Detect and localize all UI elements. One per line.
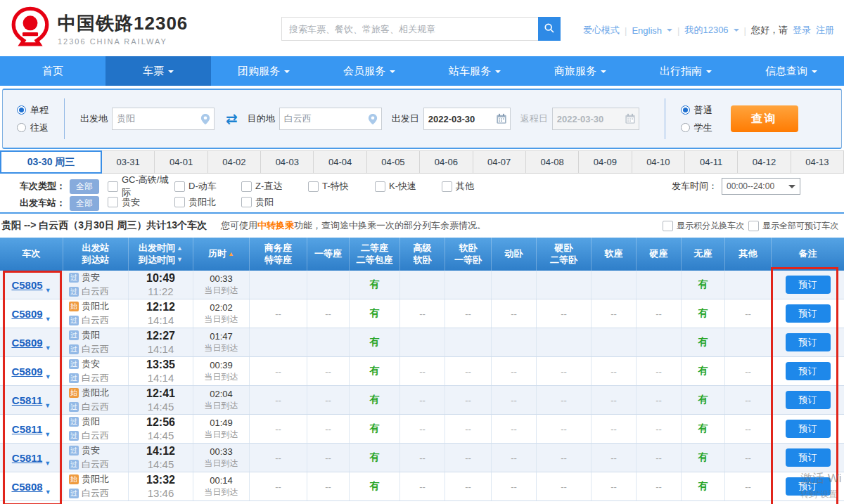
nav-item-0[interactable]: 首页: [0, 56, 106, 86]
train-expand-icon[interactable]: ▼: [45, 489, 51, 496]
train-number-link[interactable]: C5811: [12, 423, 42, 435]
book-button[interactable]: 预订: [786, 420, 831, 438]
date-tab-03-30[interactable]: 03-30 周三: [0, 150, 102, 174]
train-expand-icon[interactable]: ▼: [44, 402, 51, 409]
train-expand-icon[interactable]: ▼: [45, 344, 51, 351]
column-header[interactable]: 历时▲: [193, 238, 250, 271]
date-tab-04-07[interactable]: 04-07: [473, 150, 526, 174]
date-tab-04-01[interactable]: 04-01: [155, 150, 207, 174]
train-number-cell: C5809▼: [0, 299, 63, 328]
result-checkbox[interactable]: 显示积分兑换车次: [663, 220, 744, 232]
column-header[interactable]: 出发时间▲到达时间▼: [129, 238, 193, 271]
book-button[interactable]: 预订: [786, 333, 831, 351]
book-button[interactable]: 预订: [786, 362, 831, 380]
transfer-link[interactable]: 中转换乘: [257, 220, 294, 231]
to-station: 白云西: [82, 487, 109, 500]
passenger-type-radio[interactable]: 学生: [681, 122, 712, 134]
to-station-badge: 过: [69, 316, 79, 325]
depart-time-label: 发车时间：: [672, 180, 717, 193]
date-tab-04-13[interactable]: 04-13: [791, 150, 844, 174]
register-link[interactable]: 注册: [816, 24, 834, 37]
seat-availability: [725, 271, 772, 299]
depart-time-select[interactable]: 00:00--24:00: [722, 178, 800, 195]
train-expand-icon[interactable]: ▼: [45, 373, 51, 380]
train-number-link[interactable]: C5809: [11, 366, 42, 377]
sort-arrow-icon[interactable]: ▲: [177, 245, 183, 252]
trip-type-radio[interactable]: 往返: [17, 122, 49, 134]
date-tab-04-08[interactable]: 04-08: [526, 150, 579, 174]
nav-item-5[interactable]: 商旅服务: [528, 56, 633, 86]
depart-time: 12:27: [146, 330, 175, 342]
train-type-option[interactable]: K-快速: [375, 180, 442, 193]
train-expand-icon[interactable]: ▼: [45, 287, 51, 294]
arrive-note: 当日到达: [205, 429, 238, 441]
seat-availability: --: [400, 357, 445, 385]
passenger-type-radio[interactable]: 普通: [681, 104, 712, 117]
times-cell: 12:5614:45: [129, 415, 193, 443]
book-button[interactable]: 预订: [786, 276, 831, 294]
date-tab-04-09[interactable]: 04-09: [579, 150, 632, 174]
train-type-option[interactable]: D-动车: [174, 180, 241, 193]
search-input[interactable]: [281, 17, 538, 41]
to-input[interactable]: [280, 109, 364, 129]
seat-availability: --: [592, 415, 637, 443]
train-type-option[interactable]: GC-高铁/城际: [108, 174, 174, 199]
nav-item-3[interactable]: 会员服务: [316, 56, 422, 86]
train-type-option[interactable]: T-特快: [308, 180, 375, 193]
from-input[interactable]: [113, 109, 197, 129]
date-tab-04-04[interactable]: 04-04: [314, 150, 366, 174]
date-tab-04-05[interactable]: 04-05: [367, 150, 420, 174]
radio-label: 普通: [694, 104, 712, 117]
query-button[interactable]: 查询: [731, 105, 798, 132]
train-number-link[interactable]: C5809: [11, 308, 42, 320]
depart-station-all-badge[interactable]: 全部: [70, 196, 99, 211]
logo[interactable]: 中国铁路12306 12306 CHINA RAILWAY: [10, 6, 188, 50]
depart-station-option[interactable]: 贵安: [108, 196, 174, 209]
nav-item-4[interactable]: 站车服务: [422, 56, 528, 86]
stations-cell: 过贵阳过白云西: [63, 415, 129, 443]
nav-item-6[interactable]: 出行指南: [633, 56, 738, 86]
train-expand-icon[interactable]: ▼: [44, 431, 51, 438]
search-button[interactable]: [538, 17, 561, 41]
train-expand-icon[interactable]: ▼: [44, 460, 51, 467]
nav-item-2[interactable]: 团购服务: [211, 56, 316, 86]
date-tab-04-11[interactable]: 04-11: [685, 150, 738, 174]
train-type-option[interactable]: Z-直达: [241, 180, 308, 193]
depart-date-input[interactable]: [424, 109, 493, 129]
depart-station-option[interactable]: 贵阳北: [174, 196, 241, 209]
train-number-link[interactable]: C5808: [11, 481, 42, 493]
care-mode-link[interactable]: 爱心模式: [583, 24, 620, 37]
train-number-link[interactable]: C5809: [11, 337, 42, 349]
date-tab-04-12[interactable]: 04-12: [738, 150, 791, 174]
train-type-option[interactable]: 其他: [442, 180, 509, 193]
date-tab-03-31[interactable]: 03-31: [102, 150, 155, 174]
book-button[interactable]: 预订: [786, 304, 831, 323]
train-type-all-badge[interactable]: 全部: [70, 179, 99, 194]
sort-arrow-icon[interactable]: ▼: [177, 256, 183, 264]
train-expand-icon[interactable]: ▼: [45, 316, 51, 323]
my12306-link[interactable]: 我的12306: [684, 24, 728, 37]
date-tab-04-02[interactable]: 04-02: [208, 150, 261, 174]
train-number-link[interactable]: C5805: [11, 279, 42, 291]
depart-station-option[interactable]: 贵阳: [241, 196, 308, 209]
date-tab-04-10[interactable]: 04-10: [632, 150, 685, 174]
train-number-link[interactable]: C5811: [12, 394, 42, 406]
from-station-badge: 始: [69, 474, 79, 484]
nav-item-7[interactable]: 信息查询: [738, 56, 844, 86]
nav-item-1[interactable]: 车票: [106, 56, 211, 86]
from-station: 贵阳: [82, 329, 100, 342]
book-button[interactable]: 预订: [786, 391, 831, 409]
trip-type-radio[interactable]: 单程: [17, 104, 49, 117]
sort-arrow-icon[interactable]: ▲: [228, 250, 234, 258]
date-tab-04-03[interactable]: 04-03: [261, 150, 314, 174]
book-button[interactable]: 预订: [786, 448, 831, 467]
swap-stations-button[interactable]: ⇄: [226, 110, 238, 127]
login-link[interactable]: 登录: [793, 24, 811, 37]
arrive-time: 11:22: [148, 285, 173, 297]
book-button[interactable]: 预订: [786, 477, 831, 496]
result-checkbox[interactable]: 显示全部可预订车次: [748, 220, 838, 232]
train-number-link[interactable]: C5811: [12, 452, 42, 464]
english-link[interactable]: English: [632, 25, 662, 36]
calendar-icon[interactable]: [493, 113, 510, 124]
date-tab-04-06[interactable]: 04-06: [420, 150, 473, 174]
